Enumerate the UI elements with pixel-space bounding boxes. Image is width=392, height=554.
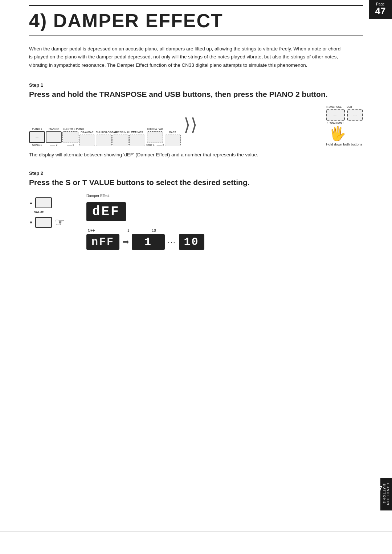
function-buttons-tab: FUNCTIONBUTTONS 7 (380, 478, 392, 511)
step1-section: Step 1 Press and hold the TRANSPOSE and … (29, 82, 363, 157)
choir-pad-label: CHOIR& PAD (147, 128, 163, 131)
piano2-button-group: PIANO 2 ····· —— 2 (46, 128, 62, 146)
num1-label: 1 (114, 229, 143, 233)
value-down-row: ▼ ☞ (29, 216, 65, 229)
piano2-label: PIANO 2 (49, 128, 59, 131)
piano1-label: PIANO 1 (32, 128, 42, 131)
strings-label: STRINGS (131, 131, 143, 134)
num10-screen: 10 (179, 234, 204, 250)
step2-label: Step 2 (29, 171, 363, 176)
chapter-title: 4) DAMPER EFFECT (29, 10, 363, 36)
hand-icon: 🖐 (329, 126, 346, 141)
part-labels: PART 1—— 2 (146, 144, 164, 146)
harpsi-mallets-label: HARPSI& MALLETS (113, 131, 128, 134)
bass-button-group: BASS (165, 131, 181, 146)
page-tab: Page 47 (369, 0, 392, 19)
piano2-button: ····· (46, 131, 62, 143)
transpose-button: ····· (326, 109, 345, 121)
sequence-arrow-icon: ⇒ (122, 237, 129, 247)
usb-button: ····· (347, 109, 363, 121)
bass-label: BASS (169, 131, 176, 134)
step2-section: Step 2 Press the S or T VALUE buttons to… (29, 171, 363, 250)
num1-screen: 1 (132, 234, 165, 250)
main-content: 4) DAMPER EFFECT When the damper pedal i… (0, 0, 392, 279)
church-organ-label: CHURCH ORGAN (96, 131, 112, 134)
harpsi-mallets-button-group: HARPSI& MALLETS (113, 131, 128, 146)
ellipsis-icon: ··· (168, 238, 176, 246)
drawbar-label: DRAWBAR (81, 131, 94, 134)
bass-button (165, 135, 181, 146)
lcd-label: Damper Effect (86, 194, 110, 198)
off-screen: nFF (86, 234, 119, 250)
church-organ-button (96, 135, 112, 146)
church-organ-button-group: CHURCH ORGAN (96, 131, 112, 146)
electric-piano-button (62, 131, 78, 143)
transpose-label: TRANSPOSE (326, 106, 342, 108)
lcd-display-area: Damper Effect dEF OFF 1 10 nFF ⇒ 1 (86, 194, 204, 250)
bottom-border (0, 532, 392, 532)
value-down-button (35, 217, 52, 228)
drawbar-button (79, 135, 95, 146)
strings-button-group: STRINGS (129, 131, 145, 146)
step1-label: Step 1 (29, 82, 363, 88)
transpose-usb-buttons: ····· ····· (326, 109, 363, 121)
choir-pad-button (147, 131, 163, 143)
finger-pointer-icon: ☞ (55, 216, 65, 229)
page-number: 47 (372, 6, 389, 16)
piano1-button-group: PIANO 1 ,,,, SONG 1 (29, 128, 45, 146)
piano1-button: ,,,, (29, 131, 45, 143)
value-down-arrow: ▼ (29, 220, 33, 225)
electric-piano-button-group: ELECTRIC PIANO —— 3 (62, 128, 78, 146)
value-up-row: ▲ (29, 197, 52, 208)
lcd-main-screen: dEF (86, 202, 126, 221)
off-label: OFF (88, 229, 114, 233)
step2-instruction: Press the S or T VALUE buttons to select… (29, 177, 363, 187)
transpose-usb-labels: TRANSPOSE USB (326, 106, 352, 108)
sound-wave-icon: ⟩⟩ (184, 116, 197, 134)
intro-paragraph: When the damper pedal is depressed on an… (29, 45, 341, 69)
seq-labels: OFF 1 10 (88, 229, 204, 233)
value-buttons-group: ▲ VALUE ▼ ☞ (29, 197, 65, 229)
song3-label: —— 3 (67, 144, 74, 146)
song2-label: —— 2 (50, 144, 57, 146)
sequence-screens: nFF ⇒ 1 ··· 10 (86, 234, 204, 250)
function-label: ↑ FUNCTION ↑ (327, 122, 344, 124)
value-up-button (35, 197, 52, 208)
usb-label: USB (347, 106, 352, 108)
top-border (29, 5, 363, 6)
harpsi-mallets-button (113, 135, 128, 146)
strings-button (129, 135, 145, 146)
drawbar-button-group: DRAWBAR (79, 131, 95, 146)
step1-diagram: PIANO 1 ,,,, SONG 1 PIANO 2 ····· —— 2 (29, 106, 363, 146)
num10-label: 10 (143, 229, 165, 233)
hold-caption: Hold down both buttons (326, 142, 362, 146)
choir-pad-button-group: CHOIR& PAD PART 1—— 2 (146, 128, 164, 146)
step1-display-note: The display will alternate between showi… (29, 152, 363, 157)
value-up-arrow: ▲ (29, 201, 33, 205)
step2-diagram: ▲ VALUE ▼ ☞ Damper Effect dEF (29, 194, 363, 250)
function-tab-number: 7 (379, 485, 383, 493)
step1-instruction: Press and hold the TRANSPOSE and USB but… (29, 89, 363, 99)
electric-piano-label: ELECTRIC PIANO (63, 128, 78, 131)
song1-label: SONG 1 (32, 144, 42, 146)
transpose-usb-group: TRANSPOSE USB ····· ····· ↑ FUNCTION ↑ (326, 106, 363, 146)
sequence-area: OFF 1 10 nFF ⇒ 1 ··· 10 (86, 229, 204, 250)
function-tab-label: FUNCTIONBUTTONS (383, 483, 390, 506)
value-label: VALUE (34, 210, 44, 214)
